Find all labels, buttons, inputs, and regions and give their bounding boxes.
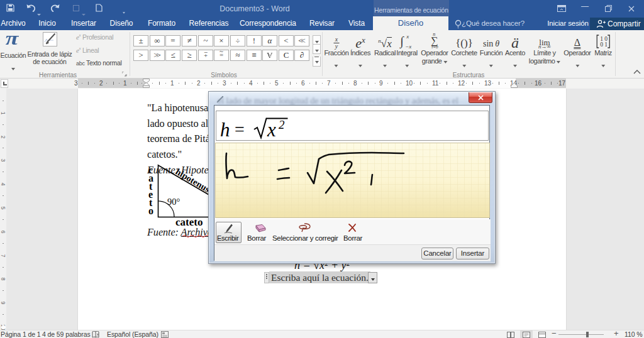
svg-text:−x: −x — [405, 43, 411, 49]
svg-text:2: 2 — [279, 118, 285, 131]
svg-text:x: x — [267, 119, 276, 140]
svg-text:=: = — [235, 119, 245, 139]
svg-text:h: h — [220, 119, 230, 140]
svg-text:0 1: 0 1 — [600, 41, 608, 48]
svg-text:∫: ∫ — [399, 34, 404, 49]
svg-text:90°: 90° — [167, 197, 180, 207]
svg-text:x: x — [406, 33, 409, 40]
svg-text:o: o — [148, 205, 153, 216]
svg-text:i=0: i=0 — [431, 45, 438, 49]
